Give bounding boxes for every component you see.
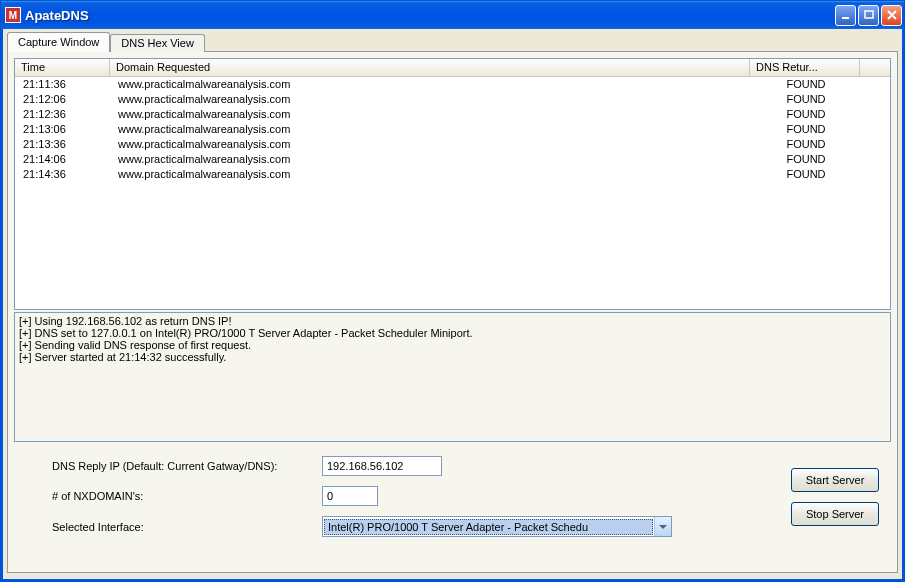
log-panel[interactable]: [+] Using 192.168.56.102 as return DNS I… (14, 312, 891, 442)
table-row[interactable]: 21:12:06www.practicalmalwareanalysis.com… (15, 92, 890, 107)
interface-combobox[interactable]: Intel(R) PRO/1000 T Server Adapter - Pac… (322, 516, 672, 537)
titlebar[interactable]: M ApateDNS (1, 1, 904, 29)
dns-capture-list[interactable]: Time Domain Requested DNS Retur... 21:11… (14, 58, 891, 310)
minimize-button[interactable] (835, 5, 856, 26)
col-header-domain[interactable]: Domain Requested (110, 59, 750, 76)
stop-server-button[interactable]: Stop Server (791, 502, 879, 526)
tab-bar: Capture Window DNS Hex View (7, 32, 898, 52)
table-row[interactable]: 21:11:36www.practicalmalwareanalysis.com… (15, 77, 890, 92)
cell-return: FOUND (750, 152, 860, 166)
interface-selected: Intel(R) PRO/1000 T Server Adapter - Pac… (324, 519, 653, 535)
cell-domain: www.practicalmalwareanalysis.com (110, 167, 750, 181)
nxdomain-input[interactable] (322, 486, 378, 506)
form-area: DNS Reply IP (Default: Current Gatway/DN… (14, 456, 891, 537)
cell-time: 21:13:06 (15, 122, 110, 136)
cell-domain: www.practicalmalwareanalysis.com (110, 122, 750, 136)
cell-time: 21:14:06 (15, 152, 110, 166)
cell-domain: www.practicalmalwareanalysis.com (110, 137, 750, 151)
chevron-down-icon[interactable] (654, 517, 671, 536)
reply-ip-label: DNS Reply IP (Default: Current Gatway/DN… (22, 460, 322, 472)
nxdomain-label: # of NXDOMAIN's: (22, 490, 322, 502)
cell-return: FOUND (750, 122, 860, 136)
cell-domain: www.practicalmalwareanalysis.com (110, 107, 750, 121)
svg-rect-0 (842, 17, 849, 19)
col-header-time[interactable]: Time (15, 59, 110, 76)
interface-label: Selected Interface: (22, 521, 322, 533)
table-row[interactable]: 21:13:36www.practicalmalwareanalysis.com… (15, 137, 890, 152)
reply-ip-input[interactable] (322, 456, 442, 476)
cell-time: 21:12:36 (15, 107, 110, 121)
table-row[interactable]: 21:12:36www.practicalmalwareanalysis.com… (15, 107, 890, 122)
table-row[interactable]: 21:14:36www.practicalmalwareanalysis.com… (15, 167, 890, 182)
list-header: Time Domain Requested DNS Retur... (15, 59, 890, 77)
app-window: M ApateDNS Capture Window DNS Hex View T… (0, 0, 905, 582)
cell-return: FOUND (750, 107, 860, 121)
app-icon: M (5, 7, 21, 23)
tab-dns-hex-view[interactable]: DNS Hex View (110, 34, 205, 52)
col-header-pad (860, 59, 890, 76)
cell-return: FOUND (750, 137, 860, 151)
svg-rect-1 (865, 11, 873, 18)
client-area: Capture Window DNS Hex View Time Domain … (1, 29, 904, 581)
window-title: ApateDNS (25, 8, 835, 23)
col-header-return[interactable]: DNS Retur... (750, 59, 860, 76)
table-row[interactable]: 21:14:06www.practicalmalwareanalysis.com… (15, 152, 890, 167)
cell-return: FOUND (750, 92, 860, 106)
cell-domain: www.practicalmalwareanalysis.com (110, 152, 750, 166)
cell-time: 21:11:36 (15, 77, 110, 91)
tab-body: Time Domain Requested DNS Retur... 21:11… (7, 51, 898, 573)
table-row[interactable]: 21:13:06www.practicalmalwareanalysis.com… (15, 122, 890, 137)
cell-domain: www.practicalmalwareanalysis.com (110, 77, 750, 91)
tab-capture-window[interactable]: Capture Window (7, 32, 110, 52)
cell-time: 21:12:06 (15, 92, 110, 106)
cell-time: 21:13:36 (15, 137, 110, 151)
maximize-button[interactable] (858, 5, 879, 26)
close-button[interactable] (881, 5, 902, 26)
cell-time: 21:14:36 (15, 167, 110, 181)
cell-domain: www.practicalmalwareanalysis.com (110, 92, 750, 106)
cell-return: FOUND (750, 77, 860, 91)
cell-return: FOUND (750, 167, 860, 181)
start-server-button[interactable]: Start Server (791, 468, 879, 492)
